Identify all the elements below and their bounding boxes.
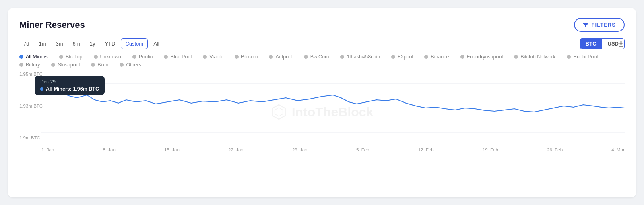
legend-label-bitfury: Bitfury <box>26 62 40 68</box>
legend-f2pool[interactable]: F2pool <box>391 54 413 60</box>
legend-label-f2pool: F2pool <box>398 54 413 60</box>
legend-1thash[interactable]: 1thash&58coin <box>340 54 380 60</box>
legend-label-1thash: 1thash&58coin <box>347 54 380 60</box>
y-label-bot: 1.9m BTC <box>19 135 43 140</box>
legend-label-viabtc: Viabtc <box>209 54 223 60</box>
x-label-jan15: 15. Jan <box>164 147 180 152</box>
x-label-jan1: 1. Jan <box>41 147 54 152</box>
currency-btn-btc[interactable]: BTC <box>580 39 602 49</box>
legend-viabtc[interactable]: Viabtc <box>203 54 223 60</box>
legend-dot-viabtc <box>203 55 207 59</box>
y-label-mid: 1.93m BTC <box>19 104 43 108</box>
legend-label-all-miners: All Miners <box>26 54 48 60</box>
time-filter-group: 7d 1m 3m 6m 1y YTD Custom All <box>19 38 163 49</box>
legend-dot-slushpool <box>51 63 55 67</box>
legend-bitclub[interactable]: Bitclub Network <box>514 54 555 60</box>
x-label-feb5: 5. Feb <box>356 147 369 152</box>
legend-poolin[interactable]: Poolin <box>132 54 153 60</box>
legend-dot-bwcom <box>304 55 308 59</box>
chart-container: 1.95m BTC 1.93m BTC 1.9m BTC IntoTheBloc… <box>19 72 625 152</box>
legend-dot-f2pool <box>391 55 395 59</box>
legend-dot-bitclub <box>514 55 518 59</box>
legend-bixin[interactable]: Bixin <box>91 62 108 68</box>
legend-slushpool[interactable]: Slushpool <box>51 62 80 68</box>
x-label-mar4: 4. Mar <box>611 147 625 152</box>
legend-dot-antpool <box>269 55 273 59</box>
legend-label-poolin: Poolin <box>139 54 153 60</box>
legend-dot-bitfury <box>19 63 23 67</box>
legend-bwcom[interactable]: Bw.Com <box>304 54 329 60</box>
legend-label-others: Others <box>126 62 141 68</box>
legend-label-binance: Binance <box>431 54 449 60</box>
legend-label-huobi: Huobi.Pool <box>573 54 598 60</box>
legend-dot-btcc-pool <box>164 55 168 59</box>
time-btn-ytd[interactable]: YTD <box>101 39 119 49</box>
legend-foundry[interactable]: Foundryusapool <box>460 54 503 60</box>
legend-label-antpool: Antpool <box>275 54 292 60</box>
x-label-feb19: 19. Feb <box>483 147 498 152</box>
time-btn-1y[interactable]: 1y <box>86 39 99 49</box>
page-title: Miner Reserves <box>19 20 85 30</box>
x-label-feb26: 26. Feb <box>547 147 563 152</box>
legend-dot-bixin <box>91 63 95 67</box>
y-label-top: 1.95m BTC <box>19 72 43 77</box>
y-axis-labels: 1.95m BTC 1.93m BTC 1.9m BTC <box>19 72 43 140</box>
chart-legend: All Miners Btc.Top Unknown Poolin Btcc P… <box>19 54 625 68</box>
legend-label-slushpool: Slushpool <box>58 62 80 68</box>
legend-dot-btc-top <box>59 55 63 59</box>
legend-dot-foundry <box>460 55 464 59</box>
legend-dot-poolin <box>132 55 136 59</box>
legend-btc-top[interactable]: Btc.Top <box>59 54 83 60</box>
legend-dot-btccom <box>235 55 239 59</box>
time-btn-1m[interactable]: 1m <box>35 39 50 49</box>
x-label-feb12: 12. Feb <box>418 147 434 152</box>
legend-dot-binance <box>424 55 428 59</box>
x-label-jan8: 8. Jan <box>103 147 116 152</box>
x-axis-labels: 1. Jan 8. Jan 15. Jan 22. Jan 29. Jan 5.… <box>19 147 625 152</box>
x-label-jan29: 29. Jan <box>292 147 308 152</box>
legend-dot-others <box>120 63 124 67</box>
legend-label-bwcom: Bw.Com <box>310 54 329 60</box>
legend-btccom[interactable]: Btccom <box>235 54 258 60</box>
legend-others[interactable]: Others <box>120 62 141 68</box>
page-header: Miner Reserves FILTERS <box>19 18 625 32</box>
legend-dot-all-miners <box>19 55 23 59</box>
legend-dot-unknown <box>94 55 98 59</box>
legend-label-foundry: Foundryusapool <box>467 54 503 60</box>
download-button[interactable] <box>617 40 625 50</box>
legend-all-miners[interactable]: All Miners <box>19 54 48 60</box>
legend-btcc-pool[interactable]: Btcc Pool <box>164 54 192 60</box>
time-btn-all[interactable]: All <box>149 39 163 49</box>
legend-label-btccom: Btccom <box>241 54 258 60</box>
legend-label-unknown: Unknown <box>100 54 121 60</box>
legend-binance[interactable]: Binance <box>424 54 449 60</box>
legend-antpool[interactable]: Antpool <box>269 54 292 60</box>
legend-dot-huobi <box>567 55 571 59</box>
legend-label-bixin: Bixin <box>97 62 108 68</box>
chart-toolbar: 7d 1m 3m 6m 1y YTD Custom All BTC USD <box>19 38 625 49</box>
legend-label-btc-top: Btc.Top <box>66 54 83 60</box>
time-btn-6m[interactable]: 6m <box>69 39 84 49</box>
filters-label: FILTERS <box>592 22 616 28</box>
legend-dot-1thash <box>340 55 344 59</box>
legend-unknown[interactable]: Unknown <box>94 54 121 60</box>
time-btn-3m[interactable]: 3m <box>52 39 67 49</box>
legend-label-btcc-pool: Btcc Pool <box>170 54 192 60</box>
chart-svg <box>41 72 625 144</box>
legend-huobi[interactable]: Huobi.Pool <box>567 54 598 60</box>
main-card: Miner Reserves FILTERS 7d 1m 3m 6m 1y YT… <box>8 8 636 197</box>
time-btn-7d[interactable]: 7d <box>19 39 33 49</box>
download-icon <box>617 40 625 48</box>
legend-bitfury[interactable]: Bitfury <box>19 62 40 68</box>
legend-label-bitclub: Bitclub Network <box>520 54 555 60</box>
filter-icon <box>583 22 588 28</box>
x-label-jan22: 22. Jan <box>228 147 244 152</box>
time-btn-custom[interactable]: Custom <box>121 38 148 49</box>
filters-button[interactable]: FILTERS <box>574 18 625 32</box>
